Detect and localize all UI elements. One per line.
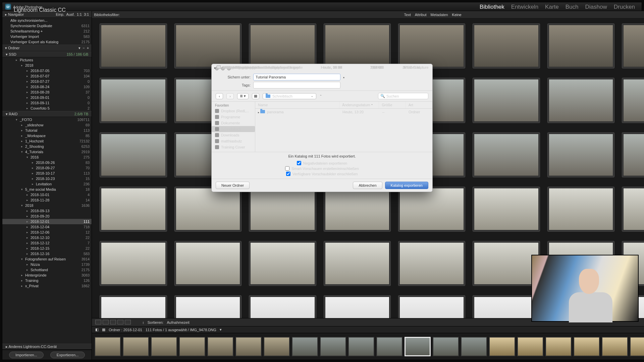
thumbnail[interactable] [398, 296, 465, 318]
catalog-item[interactable]: Vorheriger Export als Katalog2175 [2, 39, 92, 45]
module-library[interactable]: Bibliothek [480, 4, 504, 10]
history-icon[interactable]: ⌃ [320, 95, 322, 98]
thumbnail[interactable] [324, 241, 390, 286]
thumbnail[interactable] [548, 133, 614, 177]
sidebar-item[interactable]: Schreibtisch [212, 126, 255, 132]
thumbnail[interactable] [622, 78, 644, 122]
file-list[interactable]: Name Änderungsdatum ˅ Größe Art ▸ in Pho… [255, 102, 432, 152]
thumbnail[interactable] [398, 24, 465, 68]
module-print[interactable]: Drucken [614, 4, 635, 10]
expand-toggle-icon[interactable]: ▴ [343, 76, 344, 79]
filmstrip-thumb[interactable] [433, 337, 459, 356]
folder-item[interactable]: ▸2018-07-07104 [2, 73, 92, 79]
filmstrip-thumb[interactable] [179, 337, 205, 356]
drive-raid[interactable]: ▾ RAID 2,6/8 TB [2, 111, 92, 117]
thumbnail[interactable] [473, 133, 539, 177]
sidebar-item[interactable]: Dokumente [212, 120, 255, 126]
other-device[interactable]: ▸ Anderes Lightroom-CC-Gerät [2, 344, 92, 350]
thumbnail[interactable] [473, 187, 539, 231]
filmstrip-thumb[interactable] [405, 337, 431, 356]
filmstrip-thumb[interactable] [95, 337, 121, 356]
filmstrip-thumb[interactable] [602, 337, 628, 356]
folder-item[interactable]: ▸2018-12-0612 [2, 230, 92, 235]
thumbnail[interactable] [100, 78, 166, 122]
thumbnail[interactable] [622, 133, 644, 177]
filmstrip[interactable] [92, 333, 644, 360]
view-mode-icons[interactable] [95, 320, 132, 325]
nav-fill[interactable]: Ausf. [66, 12, 75, 16]
filmstrip-thumb[interactable] [630, 337, 644, 356]
folder-item[interactable]: ▸2018-12-127 [2, 240, 92, 246]
module-slideshow[interactable]: Diashow [585, 4, 607, 10]
filmstrip-thumb[interactable] [320, 337, 346, 356]
sidebar-item[interactable]: Programme [212, 114, 255, 120]
forward-button[interactable]: › [226, 93, 234, 99]
drive-ssd[interactable]: ▾ SSD 155 / 186 GB [2, 51, 92, 57]
module-develop[interactable]: Entwickeln [511, 4, 538, 10]
export-button[interactable]: Exportieren... [50, 352, 85, 358]
thumbnail[interactable] [249, 187, 316, 231]
folder-item[interactable]: ▾5_me social Media18 [2, 187, 92, 192]
thumbnail[interactable] [548, 24, 614, 68]
zoom-icon[interactable] [227, 67, 231, 70]
sidebar-item[interactable]: Training Cover [212, 144, 255, 150]
folder-item[interactable]: ▸2018-07-270 [2, 79, 92, 84]
file-row[interactable]: ▸ panoramaHeute, 13:20--Ordner [255, 109, 432, 115]
filmstrip-thumb[interactable] [292, 337, 318, 356]
folder-item[interactable]: ▸1_Hochzeit72132 [2, 138, 92, 144]
catalog-item[interactable]: Alle synchronisierten... [2, 18, 92, 23]
col-size[interactable]: Größe [379, 102, 406, 108]
thumbnail[interactable] [100, 24, 166, 68]
catalog-item[interactable]: Schnellsammlung +212 [2, 28, 92, 34]
chk-previews[interactable] [286, 172, 290, 176]
thumbnail[interactable] [473, 296, 539, 318]
view-list-icon[interactable]: ≣ ▾ [237, 93, 249, 99]
info-path[interactable]: Ordner : 2018-12-01 [109, 328, 142, 332]
thumbnail[interactable] [175, 24, 241, 68]
filter-text[interactable]: Text [404, 13, 411, 17]
thumbnail[interactable] [249, 241, 316, 286]
thumbnail[interactable] [548, 187, 614, 231]
thumbnail[interactable] [324, 296, 390, 318]
thumbnail[interactable] [175, 241, 241, 286]
sidebar-item[interactable]: Dropbox (RedL... [212, 108, 255, 114]
chk-negatives[interactable] [297, 161, 301, 165]
col-name[interactable]: Name [255, 102, 339, 108]
folder-filter-icon[interactable]: ▾ [78, 46, 80, 50]
new-folder-button[interactable]: Neuer Ordner [216, 182, 250, 189]
folder-item[interactable]: ▾20181636 [2, 203, 92, 208]
folder-item[interactable]: ▸Pictures [2, 57, 92, 63]
thumbnail[interactable] [324, 187, 390, 231]
col-date[interactable]: Änderungsdatum [342, 103, 370, 107]
col-kind[interactable]: Art [406, 102, 432, 108]
folder-item[interactable]: ▸x_Privat1862 [2, 283, 92, 289]
back-button[interactable]: ‹ [216, 93, 223, 99]
thumbnail[interactable] [249, 24, 316, 68]
folder-item[interactable]: ▸2018-09-110 [2, 100, 92, 106]
export-catalog-button[interactable]: Katalog exportieren [385, 182, 428, 189]
file-list-header[interactable]: Name Änderungsdatum ˅ Größe Art [255, 102, 432, 109]
folder-item[interactable]: ▸2018-11-2814 [2, 197, 92, 203]
filmstrip-thumb[interactable] [235, 337, 262, 356]
folder-item[interactable]: ▸2018 [2, 63, 92, 68]
second-window-icon[interactable]: ◧ [95, 327, 99, 332]
save-as-input[interactable] [253, 74, 340, 80]
folder-item[interactable]: ▸2018-10-17113 [2, 171, 92, 176]
folder-item[interactable]: ▸2018-09-13 [2, 208, 92, 214]
filmstrip-thumb[interactable] [264, 337, 290, 356]
filmstrip-thumb[interactable] [123, 337, 149, 356]
filmstrip-thumb[interactable] [151, 337, 177, 356]
folder-item[interactable]: ▸_slideshow69 [2, 122, 92, 128]
filter-attribute[interactable]: Attribut [415, 13, 427, 17]
sort-value[interactable]: Aufnahmezeit [167, 320, 189, 324]
module-map[interactable]: Karte [545, 4, 559, 10]
folder-item[interactable]: ▸2018-10-2315 [2, 176, 92, 181]
thumbnail[interactable] [324, 24, 390, 68]
folder-item[interactable]: ▸2018-12-1022 [2, 235, 92, 240]
folder-item[interactable]: ▸2018-09-20 [2, 214, 92, 219]
thumbnail[interactable] [175, 187, 241, 231]
filmstrip-thumb[interactable] [545, 337, 572, 356]
module-book[interactable]: Buch [566, 4, 579, 10]
cancel-button[interactable]: Abbrechen [353, 182, 382, 189]
folder-item[interactable]: ▸Coverfoto 52 [2, 106, 92, 111]
